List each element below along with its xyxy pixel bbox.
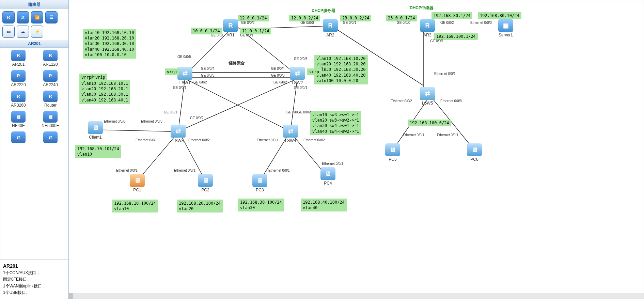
port-ar2-g001: GE 0/0/1: [343, 21, 356, 25]
category-icons: R ⇄ 📶 ☰ ▭ ☁ ⚡: [0, 9, 68, 40]
node-lsw1[interactable]: ⇄LSW1: [177, 67, 192, 85]
tag-pc2: 192.168.20.100/24 vlan20: [177, 200, 223, 213]
node-lsw4[interactable]: ⇄LSW4: [283, 125, 298, 143]
port-lsw1-g005: GE 0/0/5: [177, 55, 191, 59]
node-server1[interactable]: ▦Server1: [498, 19, 513, 37]
switch-icon: ⇄: [283, 125, 298, 138]
tag-vrrp-vlans: vlan10 192.168.10.1 vlan20 192.168.20.1 …: [79, 80, 130, 104]
port-lsw1-g001: GE 0/0/1: [173, 86, 186, 90]
tag-pc3: 192.168.30.100/24 vlan30: [238, 199, 284, 211]
tag-lsw5-net: 192.168.100.0/24: [408, 120, 451, 126]
port-lsw2-g001: GE 0/0/1: [294, 86, 307, 90]
node-client1[interactable]: 🖥Client1: [88, 121, 103, 140]
node-pc3[interactable]: 🖥PC3: [252, 174, 267, 192]
tag-client1: 192.168.10.101/24 vlan10: [75, 145, 121, 158]
palette-header: 路由器: [0, 0, 68, 9]
tag-server1: 192.168.80.10/24: [478, 12, 521, 19]
router-icon: R: [223, 19, 238, 32]
node-lsw2[interactable]: ⇄LSW2: [290, 67, 305, 85]
device-ar201[interactable]: RAR201: [2, 50, 34, 67]
port-lsw1-g003: GE 0/0/3: [201, 74, 214, 77]
tag-lsw2-vlans: vlan10 192.168.10.20 vlan20 192.168.20.2…: [314, 55, 368, 84]
node-pc6[interactable]: 🖥PC6: [467, 143, 482, 162]
device-list: RAR201 RAR1220 RAR2220 RAR2240 RAR3260 R…: [0, 48, 68, 259]
node-ar3[interactable]: RAR3: [420, 19, 435, 37]
port-lsw2-g002: GE 0/0/2: [273, 80, 287, 84]
port-lsw5-e003: Ethernet 0/0/3: [440, 99, 462, 103]
device-info-text: 1个CON/AUX接口， 固定8FE接口， 1个WAN侧uplink接口， 1个…: [3, 270, 46, 295]
device-router[interactable]: RRouter: [34, 91, 66, 108]
node-pc5[interactable]: 🖥PC5: [385, 143, 400, 162]
port-pc3-e001: Ethernet 0/0/1: [268, 169, 290, 172]
port-lsw4-g002: GE 0/0/2: [297, 110, 311, 114]
terminal-category-icon[interactable]: ▭: [2, 26, 15, 38]
canvas-scrollbar[interactable]: [69, 293, 644, 299]
tag-ar2-g000: 12.0.0.2/24: [289, 15, 320, 21]
node-lsw5[interactable]: ⇄LSW5: [420, 87, 435, 106]
node-pc2[interactable]: 🖥PC2: [198, 174, 213, 192]
tag-pc1: 192.168.10.100/24 vlan10: [112, 200, 158, 213]
switch-icon: ⇄: [290, 67, 305, 80]
port-lsw4-e001: Ethernet 0/0/1: [257, 138, 278, 142]
device-ne40e[interactable]: ▦NE40E: [2, 111, 34, 128]
node-ar1[interactable]: RAR1: [223, 19, 238, 37]
port-lsw5-e002: Ethernet 0/0/2: [391, 99, 412, 103]
link-category-icon[interactable]: ⚡: [31, 26, 43, 38]
device-ar2240[interactable]: RAR2240: [34, 70, 66, 87]
router-icon: R: [420, 19, 435, 32]
cloud-category-icon[interactable]: ☁: [17, 26, 29, 38]
tag-vrrp-left: vrrp: [165, 68, 179, 75]
device-info-title: AR201: [3, 263, 18, 269]
port-lsw1-g004: GE 0/0/4: [201, 67, 214, 70]
node-pc1[interactable]: 🖥PC1: [130, 174, 145, 192]
device-ar3260[interactable]: RAR3260: [2, 91, 34, 108]
port-lsw3-e003: Ethernet 0/0/3: [141, 120, 162, 123]
router-category-icon[interactable]: R: [2, 11, 15, 23]
tag-lsw1-vlans: vlan10 192.168.10.10 vlan20 192.168.20.1…: [83, 29, 136, 59]
device-palette-sidebar: 路由器 R ⇄ 📶 ☰ ▭ ☁ ⚡ AR201 RAR201 RAR1220 R…: [0, 0, 69, 299]
node-ar2[interactable]: RAR2: [323, 19, 338, 37]
tag-ar2-g001: 23.0.0.2/24: [340, 15, 371, 21]
port-lsw5-e001t: Ethernet 0/0/1: [434, 72, 456, 76]
server-icon: ▦: [498, 19, 513, 32]
label-dhcp-relay: DHCP中继器: [410, 5, 434, 11]
port-ar1-g000: GE 0/0/0: [211, 33, 224, 37]
tag-ar3-g000: 23.0.0.1/24: [386, 15, 417, 21]
port-lsw3-e001: Ethernet 0/0/1: [136, 138, 157, 142]
node-lsw3[interactable]: ⇄LSW3: [171, 125, 186, 143]
port-ar1-g001: GE 0/0/1: [240, 33, 253, 37]
port-ar1-g002: GE 0/0/2: [241, 21, 254, 25]
pc-icon: 🖥: [320, 167, 335, 180]
pc-icon: 🖥: [252, 174, 267, 187]
port-lsw1-g002: GE 0/0/2: [193, 80, 207, 84]
device-ar1220[interactable]: RAR1220: [34, 50, 66, 67]
tag-ar3-g002: 192.168.80.1/24: [431, 12, 472, 19]
switch-icon: ⇄: [420, 87, 435, 100]
tag-ar3-g001: 192.168.100.1/24: [434, 33, 478, 40]
topology-canvas[interactable]: .canvas{--s:1} RAR1 RAR2 RAR3 ▦Server1 ⇄…: [69, 0, 644, 299]
switch-icon: ⇄: [177, 67, 192, 80]
port-server1-e000: Ethernet 0/0/0: [470, 21, 492, 25]
svg-line-7: [185, 79, 290, 131]
label-dhcp-server: DHCP服务器: [312, 8, 335, 14]
device-extra[interactable]: ⇄: [2, 131, 34, 144]
link-layer: [69, 0, 644, 293]
device-extra2[interactable]: ⇄: [34, 131, 66, 144]
svg-line-9: [178, 79, 297, 131]
node-pc4[interactable]: 🖥PC4: [320, 167, 335, 186]
pc-icon: 🖥: [385, 143, 400, 156]
port-pc1-e001: Ethernet 0/0/1: [116, 169, 138, 172]
device-ne5000e[interactable]: ▦NE5000E: [34, 111, 66, 128]
device-ar2220[interactable]: RAR2220: [2, 70, 34, 87]
firewall-category-icon[interactable]: ☰: [45, 11, 58, 23]
device-list-header: AR201: [0, 40, 68, 48]
port-ar3-g000: GE 0/0/0: [397, 21, 410, 25]
switch-category-icon[interactable]: ⇄: [17, 11, 29, 23]
port-lsw2-g004: GE 0/0/4: [271, 67, 284, 70]
tag-vrrp-right: vrrp: [307, 68, 321, 75]
port-pc5-e001: Ethernet 0/0/1: [403, 133, 424, 137]
switch-icon: ⇄: [171, 125, 186, 138]
port-lsw3-e002: Ethernet 0/0/2: [188, 138, 210, 142]
wireless-category-icon[interactable]: 📶: [31, 11, 43, 23]
scrollbar-thumb[interactable]: [69, 293, 73, 299]
